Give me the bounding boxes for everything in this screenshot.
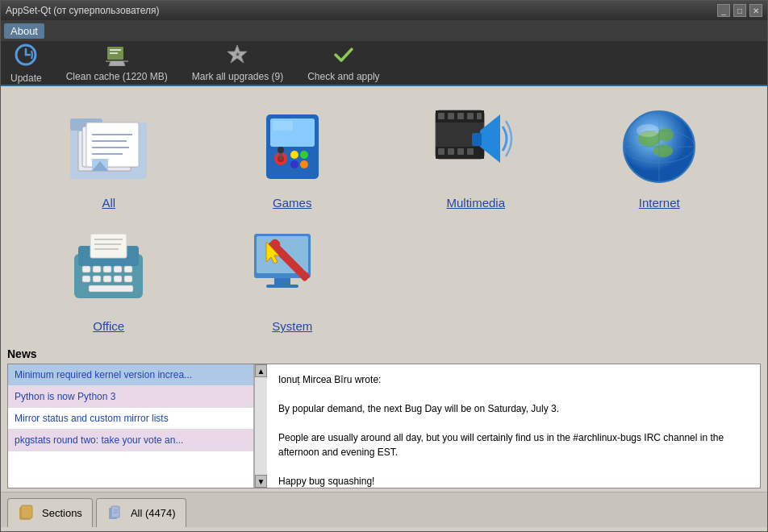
news-line1: Ionuț Mircea Bîru wrote:: [278, 372, 749, 387]
svg-point-24: [290, 160, 298, 168]
sections-tab[interactable]: Sections: [7, 498, 93, 527]
svg-rect-34: [467, 113, 474, 119]
svg-rect-38: [457, 148, 464, 155]
svg-rect-35: [477, 113, 482, 119]
scroll-down-button[interactable]: ▼: [255, 475, 267, 488]
all-icon: [65, 102, 153, 191]
svg-point-49: [637, 124, 659, 137]
app-window: AppSet-Qt (от суперпользователя) _ □ ✕ A…: [0, 0, 768, 532]
svg-rect-62: [93, 276, 101, 282]
svg-rect-37: [448, 148, 454, 155]
update-button[interactable]: Update: [10, 43, 42, 84]
category-grid: All: [1, 86, 767, 344]
category-internet[interactable]: Internet: [568, 94, 752, 218]
system-icon: [248, 226, 336, 314]
news-item-1[interactable]: Python is now Python 3: [8, 386, 253, 408]
sections-tab-label: Sections: [42, 507, 82, 519]
sections-tab-icon: [18, 504, 37, 523]
news-line7: Happy bug squashing!: [278, 474, 749, 488]
svg-rect-76: [21, 505, 32, 518]
update-icon: [14, 43, 38, 71]
clean-cache-label: Clean cache (1220 MB): [66, 71, 168, 82]
svg-rect-61: [82, 276, 90, 282]
system-label: System: [272, 319, 312, 333]
bottom-tabs: Sections All (4474): [1, 492, 767, 527]
clean-cache-button[interactable]: Clean cache (1220 MB): [66, 44, 168, 82]
svg-rect-64: [114, 276, 122, 282]
svg-rect-41: [472, 133, 482, 146]
title-bar: AppSet-Qt (от суперпользователя) _ □ ✕: [1, 1, 767, 20]
svg-point-27: [278, 147, 284, 153]
news-content: Ionuț Mircea Bîru wrote: By popular dema…: [267, 364, 760, 488]
news-item-3[interactable]: pkgstats round two: take your vote an...: [8, 430, 253, 451]
check-apply-button[interactable]: Check and apply: [307, 44, 379, 82]
svg-rect-2: [110, 49, 121, 51]
svg-point-21: [290, 151, 298, 159]
category-games[interactable]: Games: [201, 94, 385, 218]
svg-rect-69: [274, 278, 290, 285]
main-content: All: [1, 86, 767, 531]
office-icon: [65, 226, 153, 314]
svg-rect-33: [457, 113, 464, 119]
news-title: News: [7, 347, 761, 360]
mark-upgrades-icon: ★: [226, 44, 248, 69]
internet-icon: [615, 102, 703, 191]
menu-bar: About: [1, 20, 767, 41]
minimize-button[interactable]: _: [717, 4, 730, 17]
check-apply-label: Check and apply: [307, 71, 379, 82]
mark-upgrades-label: Mark all upgrades (9): [192, 71, 283, 82]
internet-label: Internet: [639, 196, 680, 210]
svg-rect-57: [93, 266, 101, 272]
maximize-button[interactable]: □: [733, 4, 746, 17]
svg-rect-63: [103, 276, 111, 282]
title-bar-controls: _ □ ✕: [717, 4, 762, 17]
svg-rect-36: [438, 148, 445, 155]
svg-rect-31: [438, 113, 445, 119]
news-line3: By popular demand, the next Bug Day will…: [278, 401, 749, 416]
category-multimedia[interactable]: Multimedia: [384, 94, 568, 218]
category-system[interactable]: System: [201, 218, 385, 341]
close-button[interactable]: ✕: [749, 4, 762, 17]
svg-rect-65: [124, 276, 132, 282]
svg-rect-58: [103, 266, 111, 272]
news-item-0[interactable]: Minimum required kernel version increa..…: [8, 364, 253, 386]
mark-upgrades-button[interactable]: ★ Mark all upgrades (9): [192, 44, 283, 82]
svg-point-23: [300, 160, 308, 168]
svg-rect-3: [110, 52, 118, 54]
games-icon: [248, 102, 336, 191]
svg-rect-78: [111, 506, 119, 517]
games-label: Games: [273, 196, 311, 210]
news-container: Minimum required kernel version increa..…: [7, 364, 761, 488]
svg-rect-19: [273, 121, 293, 131]
news-list[interactable]: Minimum required kernel version increa..…: [8, 364, 254, 488]
svg-rect-59: [114, 266, 122, 272]
check-icon: [332, 44, 355, 69]
news-item-2[interactable]: Mirror status and custom mirror lists: [8, 408, 253, 430]
multimedia-label: Multimedia: [446, 196, 505, 210]
all-tab[interactable]: All (4474): [96, 498, 186, 527]
category-all[interactable]: All: [17, 94, 201, 218]
svg-rect-60: [124, 266, 132, 272]
office-label: Office: [93, 319, 124, 333]
svg-rect-56: [82, 266, 90, 272]
svg-rect-52: [90, 234, 127, 258]
all-tab-label: All (4474): [131, 507, 176, 519]
svg-point-44: [657, 128, 674, 141]
all-label: All: [102, 196, 115, 210]
scroll-track: [255, 377, 267, 475]
news-list-scrollbar[interactable]: ▲ ▼: [254, 364, 267, 488]
clean-cache-icon: [104, 44, 130, 69]
window-title: AppSet-Qt (от суперпользователя): [6, 5, 159, 16]
svg-text:★: ★: [235, 51, 240, 58]
news-line5: People are usually around all day, but y…: [278, 430, 749, 459]
svg-rect-32: [448, 113, 454, 119]
toolbar: Update Clean cache (1220 MB) ★: [1, 41, 767, 86]
about-menu-item[interactable]: About: [4, 23, 44, 39]
svg-point-22: [300, 151, 308, 159]
news-section: News Minimum required kernel version inc…: [1, 344, 767, 492]
svg-point-45: [653, 144, 673, 157]
scroll-up-button[interactable]: ▲: [255, 364, 267, 377]
svg-rect-70: [266, 285, 298, 288]
category-office[interactable]: Office: [17, 218, 201, 341]
all-tab-icon: [106, 504, 126, 523]
